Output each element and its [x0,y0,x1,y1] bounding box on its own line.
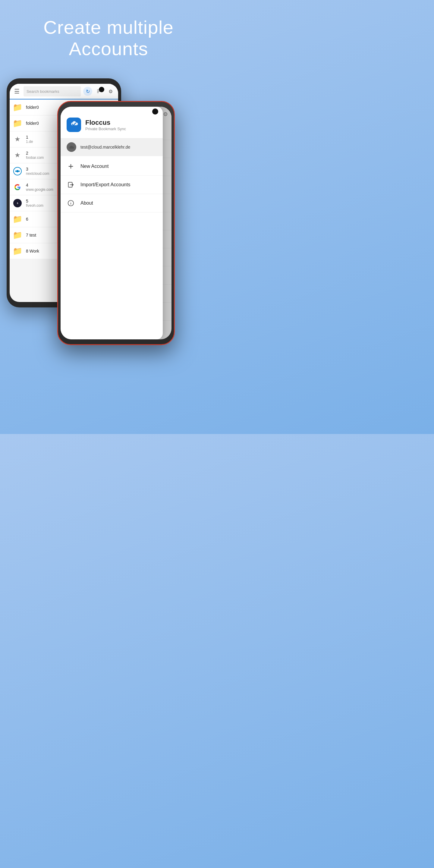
account-item[interactable]: test@cloud.marcelklehr.de [61,138,163,156]
folder-icon: 📁 [13,119,22,128]
fiveoh-icon: 5 [13,198,22,208]
folder-icon: 📁 [13,102,22,112]
app-brand: Floccus Private Bookmark Sync [61,113,163,138]
phone-front-screen: ⚙ ⋮ ⋮ ⋮ ⋮ ⋮ ⋮ ⋮ ⋮ ⋮ ⋮ ⋮ [61,107,172,339]
folder-icon: 📁 [13,214,22,224]
app-name: Floccus [85,119,126,127]
account-avatar [67,142,76,152]
import-export-icon [67,181,75,189]
hero-title: Create multiple Accounts [0,17,217,60]
refresh-icon[interactable]: ↻ [83,87,92,96]
search-bar-back[interactable]: Search bookmarks [24,86,81,96]
app-brand-text: Floccus Private Bookmark Sync [85,119,126,131]
app-subtitle: Private Bookmark Sync [85,127,126,131]
folder-icon: 📁 [13,246,22,256]
camera-back [99,87,104,92]
plus-icon [67,162,75,170]
settings-icon[interactable]: ⚙ [106,87,115,96]
svg-point-4 [16,170,17,172]
star-icon: ★ [13,150,22,160]
phone-front: ⚙ ⋮ ⋮ ⋮ ⋮ ⋮ ⋮ ⋮ ⋮ ⋮ ⋮ ⋮ [57,101,175,345]
new-account-label: New Account [81,164,108,169]
phones-container: ☰ Search bookmarks ↻ ⚙ [0,69,217,431]
info-icon [67,199,75,207]
star-icon: ★ [13,134,22,144]
svg-point-5 [19,170,20,172]
account-email: test@cloud.marcelklehr.de [81,145,130,150]
google-icon [13,182,22,192]
import-export-item[interactable]: Import/Export Accounts [61,176,163,194]
nextcloud-icon [13,166,22,176]
app-logo [67,118,81,132]
drawer-modal: Floccus Private Bookmark Sync test@clou [61,107,172,339]
new-account-item[interactable]: New Account [61,157,163,176]
about-label: About [81,200,93,206]
svg-point-3 [16,170,19,173]
folder-icon: 📁 [13,230,22,240]
hamburger-icon[interactable]: ☰ [13,88,21,95]
import-export-label: Import/Export Accounts [81,182,130,187]
hero-section: Create multiple Accounts [0,0,217,60]
camera-front [152,108,158,115]
svg-text:5: 5 [17,202,18,205]
drawer-panel: Floccus Private Bookmark Sync test@clou [61,107,163,339]
about-item[interactable]: About [61,194,163,213]
